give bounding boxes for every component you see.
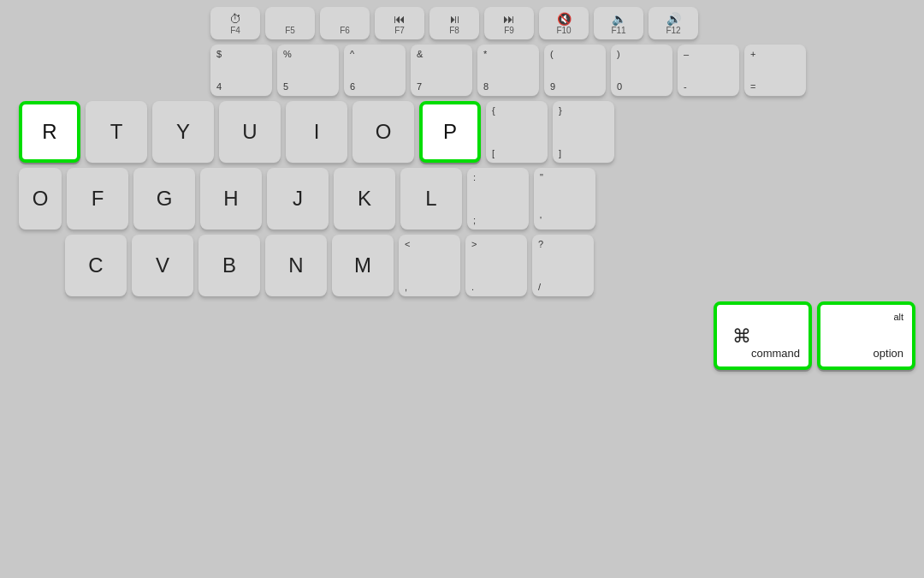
key-5[interactable]: % 5 — [277, 45, 339, 96]
qwerty-row: R T Y U I O P { [ } ] — [9, 101, 915, 163]
key-f8[interactable]: ⏯ F8 — [429, 7, 479, 39]
key-O-partial[interactable]: O — [19, 168, 62, 229]
fn-row: ⏱ F4 F5 F6 ⏮ F7 ⏯ F8 ⏭ F9 🔇 F10 — [9, 7, 915, 39]
num-row: $ 4 % 5 ^ 6 & 7 * 8 ( 9 ) 0 – - — [9, 45, 915, 96]
key-minus[interactable]: – - — [678, 45, 739, 96]
f11-label: F11 — [611, 26, 625, 35]
key-command[interactable]: ⌘ command — [714, 301, 812, 370]
keyboard: ⏱ F4 F5 F6 ⏮ F7 ⏯ F8 ⏭ F9 🔇 F10 — [0, 0, 924, 578]
key-P[interactable]: P — [419, 101, 481, 163]
key-equals[interactable]: + = — [744, 45, 806, 96]
key-8[interactable]: * 8 — [477, 45, 539, 96]
key-N[interactable]: N — [265, 235, 327, 296]
modifier-row: ⌘ command alt option — [9, 301, 915, 370]
key-I[interactable]: I — [286, 101, 347, 163]
key-f6[interactable]: F6 — [320, 7, 370, 39]
key-V[interactable]: V — [132, 235, 193, 296]
key-slash[interactable]: ? / — [532, 235, 594, 296]
key-U[interactable]: U — [219, 101, 281, 163]
key-option[interactable]: alt option — [817, 301, 915, 370]
f7-label: F7 — [394, 26, 405, 35]
f9-label: F9 — [504, 26, 514, 35]
bottom-letters-row: C V B N M < , > . ? / — [9, 235, 915, 296]
f8-label: F8 — [449, 26, 459, 35]
key-comma[interactable]: < , — [399, 235, 460, 296]
f5-label: F5 — [285, 26, 295, 35]
key-M[interactable]: M — [332, 235, 394, 296]
f12-label: F12 — [666, 26, 680, 35]
key-f11[interactable]: 🔈 F11 — [594, 7, 643, 39]
key-F[interactable]: F — [67, 168, 128, 229]
f4-label: F4 — [230, 26, 240, 35]
key-f5[interactable]: F5 — [265, 7, 315, 39]
key-f12[interactable]: 🔊 F12 — [649, 7, 698, 39]
key-f9[interactable]: ⏭ F9 — [484, 7, 534, 39]
key-C[interactable]: C — [65, 235, 127, 296]
f10-label: F10 — [556, 26, 571, 35]
f4-icon: ⏱ — [229, 12, 241, 26]
key-7[interactable]: & 7 — [411, 45, 472, 96]
home-row: O F G H J K L : ; " ' — [9, 168, 915, 229]
key-4[interactable]: $ 4 — [210, 45, 272, 96]
key-K[interactable]: K — [334, 168, 395, 229]
key-9[interactable]: ( 9 — [544, 45, 606, 96]
f6-label: F6 — [340, 26, 350, 35]
key-O[interactable]: O — [352, 101, 414, 163]
key-L[interactable]: L — [400, 168, 462, 229]
key-6[interactable]: ^ 6 — [344, 45, 406, 96]
key-B[interactable]: B — [198, 235, 260, 296]
key-bracket-r[interactable]: } ] — [553, 101, 614, 163]
key-G[interactable]: G — [133, 168, 195, 229]
key-J[interactable]: J — [267, 168, 329, 229]
key-H[interactable]: H — [200, 168, 262, 229]
key-period[interactable]: > . — [465, 235, 527, 296]
key-R[interactable]: R — [19, 101, 80, 163]
key-f10[interactable]: 🔇 F10 — [539, 7, 589, 39]
key-f7[interactable]: ⏮ F7 — [375, 7, 424, 39]
key-semicolon[interactable]: : ; — [467, 168, 529, 229]
key-quote[interactable]: " ' — [534, 168, 595, 229]
key-Y[interactable]: Y — [152, 101, 214, 163]
key-0[interactable]: ) 0 — [611, 45, 672, 96]
key-f4[interactable]: ⏱ F4 — [210, 7, 260, 39]
key-bracket-l[interactable]: { [ — [486, 101, 548, 163]
key-T[interactable]: T — [86, 101, 147, 163]
